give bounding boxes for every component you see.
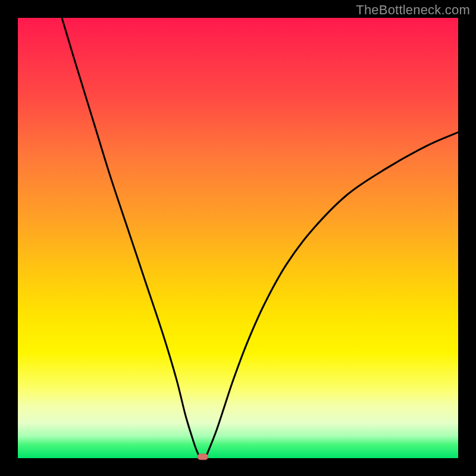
watermark-text: TheBottleneck.com [356, 2, 470, 18]
chart-frame: TheBottleneck.com [0, 0, 476, 476]
minimum-marker [198, 454, 208, 460]
chart-plot-area [18, 18, 458, 458]
bottleneck-curve [62, 18, 458, 459]
chart-curve-layer [18, 18, 458, 458]
